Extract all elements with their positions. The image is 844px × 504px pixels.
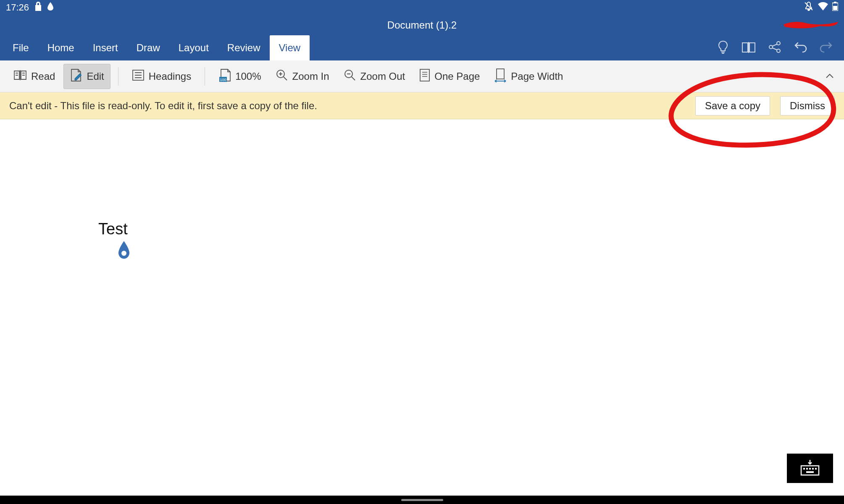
svg-rect-25 <box>497 69 504 79</box>
page-100-icon: 100 <box>218 68 231 84</box>
wifi-icon <box>818 2 828 13</box>
svg-point-27 <box>121 251 126 256</box>
readonly-info-bar: Can't edit - This file is read-only. To … <box>0 92 844 119</box>
android-status-bar: 17:26 <box>0 0 844 15</box>
tab-insert[interactable]: Insert <box>84 35 127 60</box>
headings-icon <box>132 69 145 84</box>
nav-handle[interactable] <box>401 499 443 501</box>
svg-rect-21 <box>420 69 429 81</box>
one-page-button[interactable]: One Page <box>413 64 486 89</box>
reading-view-icon[interactable] <box>741 41 756 55</box>
zoom-in-label: Zoom In <box>292 71 329 82</box>
read-mode-button[interactable]: Read <box>8 65 61 88</box>
ribbon-tabs: File Home Insert Draw Layout Review View <box>0 35 844 60</box>
page-width-button[interactable]: Page Width <box>488 64 569 89</box>
zoom-percent-label: 100% <box>235 71 261 82</box>
lightbulb-icon[interactable] <box>717 40 729 55</box>
tab-layout[interactable]: Layout <box>169 35 218 60</box>
tab-file[interactable]: File <box>3 35 38 60</box>
svg-line-15 <box>284 77 287 80</box>
separator <box>205 67 205 86</box>
text-cursor-handle[interactable] <box>118 241 130 260</box>
battery-icon <box>832 2 838 13</box>
separator <box>118 67 118 86</box>
document-body-text[interactable]: Test <box>98 220 128 238</box>
readonly-message: Can't edit - This file is read-only. To … <box>9 100 317 112</box>
collapse-ribbon-icon[interactable] <box>826 73 834 80</box>
one-page-label: One Page <box>434 71 480 82</box>
svg-line-19 <box>352 77 355 80</box>
svg-rect-34 <box>806 471 814 473</box>
keyboard-icon <box>800 459 820 478</box>
title-bar: Document (1).2 <box>0 15 844 35</box>
view-ribbon: Read Edit Headings 100 100% Zoom In Zoom… <box>0 60 844 92</box>
notification-mute-icon <box>804 1 814 14</box>
svg-rect-31 <box>809 468 811 470</box>
edit-label: Edit <box>87 71 104 82</box>
svg-rect-2 <box>833 6 837 10</box>
tab-view[interactable]: View <box>270 35 310 60</box>
page-width-icon <box>494 68 507 85</box>
undo-icon[interactable] <box>794 41 807 55</box>
svg-rect-29 <box>803 468 805 470</box>
headings-button[interactable]: Headings <box>126 65 197 88</box>
document-title: Document (1).2 <box>387 19 457 31</box>
one-page-icon <box>419 68 430 84</box>
redacted-username <box>783 18 839 31</box>
svg-rect-30 <box>806 468 808 470</box>
tab-draw[interactable]: Draw <box>127 35 169 60</box>
status-time: 17:26 <box>6 2 29 13</box>
zoom-out-label: Zoom Out <box>360 71 405 82</box>
edit-mode-button[interactable]: Edit <box>63 64 110 89</box>
zoom-in-button[interactable]: Zoom In <box>270 65 335 88</box>
save-a-copy-button[interactable]: Save a copy <box>695 96 770 116</box>
android-nav-bar[interactable] <box>0 496 844 504</box>
share-icon[interactable] <box>768 41 781 55</box>
tab-home[interactable]: Home <box>38 35 84 60</box>
svg-line-6 <box>772 44 777 46</box>
svg-rect-32 <box>812 468 814 470</box>
read-label: Read <box>31 71 55 82</box>
headings-label: Headings <box>149 71 191 82</box>
zoom-out-button[interactable]: Zoom Out <box>338 65 411 88</box>
zoom-in-icon <box>276 69 288 84</box>
page-width-label: Page Width <box>511 71 563 82</box>
dismiss-button[interactable]: Dismiss <box>780 96 835 116</box>
keyboard-toggle-button[interactable] <box>787 454 833 483</box>
svg-text:100: 100 <box>220 78 226 82</box>
zoom-out-icon <box>344 69 356 84</box>
svg-line-7 <box>772 48 777 50</box>
tab-review[interactable]: Review <box>218 35 270 60</box>
water-drop-icon <box>47 2 53 13</box>
redo-icon <box>820 41 833 55</box>
zoom-percent-button[interactable]: 100 100% <box>213 64 267 89</box>
svg-rect-33 <box>815 468 817 470</box>
security-icon <box>35 2 42 13</box>
document-canvas[interactable]: Test <box>0 119 844 496</box>
book-open-icon <box>13 69 27 84</box>
page-edit-icon <box>70 68 82 84</box>
svg-rect-28 <box>801 466 819 475</box>
